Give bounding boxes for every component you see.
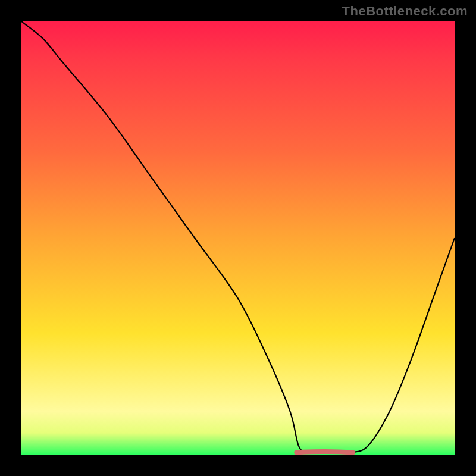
curve-layer bbox=[21, 21, 455, 455]
watermark-text: TheBottleneck.com bbox=[342, 4, 468, 19]
chart-frame: TheBottleneck.com bbox=[0, 0, 476, 476]
bottleneck-curve bbox=[21, 21, 455, 453]
optimal-zone-marker bbox=[296, 452, 353, 453]
plot-area bbox=[21, 21, 455, 455]
